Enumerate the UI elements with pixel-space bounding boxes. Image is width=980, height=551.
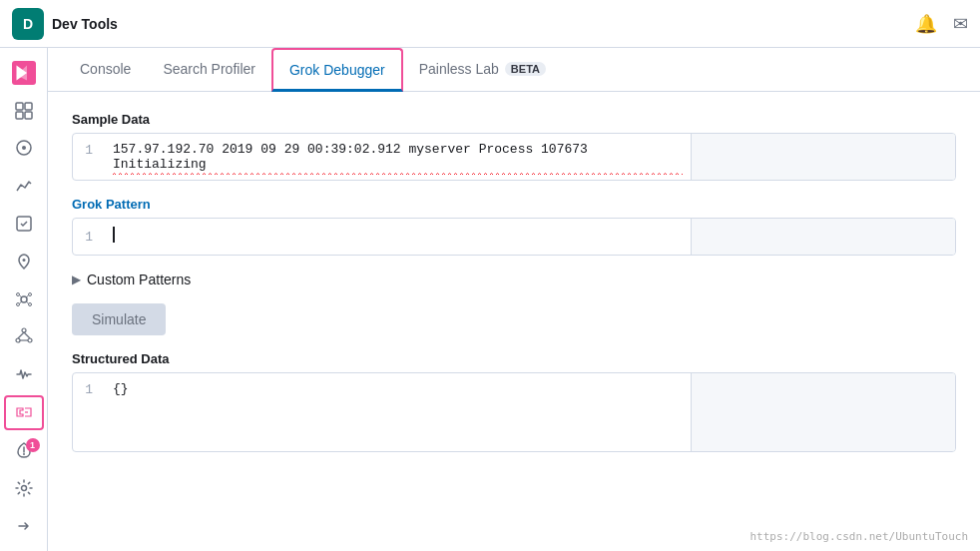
- svg-point-11: [28, 292, 31, 295]
- main-layout: 1 Console Search Profiler Grok Debugger …: [0, 48, 980, 551]
- grok-pattern-right-panel: [692, 219, 955, 255]
- svg-point-26: [21, 486, 26, 491]
- sidebar-item-devtools[interactable]: [4, 395, 44, 429]
- sidebar-item-visualize[interactable]: [4, 169, 44, 203]
- chevron-right-icon: ▶: [72, 273, 81, 286]
- sidebar-item-settings[interactable]: [4, 471, 44, 505]
- sample-data-right-panel: [692, 134, 955, 180]
- custom-patterns-label: Custom Patterns: [87, 272, 191, 287]
- svg-rect-4: [25, 112, 32, 119]
- sample-data-content-1: 157.97.192.70 2019 09 29 00:39:02.912 my…: [105, 142, 691, 172]
- simulate-button[interactable]: Simulate: [72, 303, 166, 335]
- svg-line-14: [19, 295, 22, 297]
- svg-point-25: [23, 453, 25, 455]
- line-number-1: 1: [73, 142, 105, 172]
- top-bar: D Dev Tools 🔔 ✉: [0, 0, 980, 48]
- mail-icon[interactable]: ✉: [953, 13, 968, 35]
- sample-data-label: Sample Data: [72, 112, 956, 127]
- sample-data-editor[interactable]: 1 157.97.192.70 2019 09 29 00:39:02.912 …: [72, 133, 956, 181]
- svg-point-13: [28, 302, 31, 305]
- structured-line-number-1: 1: [73, 381, 105, 397]
- grok-pattern-content: [105, 227, 691, 247]
- dev-badge: D: [12, 8, 44, 40]
- top-bar-actions: 🔔 ✉: [915, 13, 968, 35]
- grok-pattern-label: Grok Pattern: [72, 197, 956, 212]
- svg-point-20: [28, 338, 32, 342]
- structured-data-editor: 1 {}: [72, 372, 956, 452]
- svg-rect-3: [16, 112, 23, 119]
- sidebar-item-home[interactable]: [4, 56, 44, 90]
- sidebar-item-monitoring[interactable]: 1: [4, 434, 44, 468]
- structured-data-line-1: 1 {}: [73, 373, 691, 405]
- dev-badge-label: D: [23, 16, 33, 32]
- svg-point-18: [22, 328, 26, 332]
- tab-painless-lab[interactable]: Painless Lab BETA: [403, 48, 562, 92]
- svg-point-12: [16, 302, 19, 305]
- tab-search-profiler-label: Search Profiler: [163, 61, 255, 77]
- svg-point-19: [16, 338, 20, 342]
- tab-grok-debugger[interactable]: Grok Debugger: [271, 48, 403, 92]
- sidebar: 1: [0, 48, 48, 551]
- sidebar-item-dashboard[interactable]: [4, 94, 44, 128]
- notifications-icon[interactable]: 🔔: [915, 13, 937, 35]
- structured-data-editor-left: 1 {}: [73, 373, 692, 451]
- sidebar-item-discover[interactable]: [4, 132, 44, 166]
- svg-rect-2: [25, 103, 32, 110]
- svg-line-17: [26, 301, 29, 303]
- watermark: https://blog.csdn.net/UbuntuTouch: [749, 530, 968, 543]
- sidebar-item-maps[interactable]: [4, 245, 44, 278]
- grok-pattern-line-1: 1: [73, 219, 691, 255]
- svg-point-6: [22, 146, 26, 150]
- tab-grok-debugger-label: Grok Debugger: [289, 62, 385, 78]
- tab-painless-lab-label: Painless Lab: [419, 61, 499, 77]
- structured-data-right-panel: [692, 373, 955, 451]
- grok-pattern-editor-left: 1: [73, 219, 692, 255]
- sidebar-item-apm[interactable]: [4, 357, 44, 391]
- svg-point-8: [22, 259, 25, 262]
- sidebar-item-canvas[interactable]: [4, 207, 44, 241]
- structured-data-label: Structured Data: [72, 351, 956, 366]
- content-area: Console Search Profiler Grok Debugger Pa…: [48, 48, 980, 551]
- svg-line-21: [18, 332, 24, 338]
- tab-search-profiler[interactable]: Search Profiler: [147, 48, 271, 92]
- monitoring-badge: 1: [26, 438, 40, 452]
- structured-data-content: {}: [105, 381, 691, 397]
- tab-bar: Console Search Profiler Grok Debugger Pa…: [48, 48, 980, 92]
- custom-patterns-row[interactable]: ▶ Custom Patterns: [72, 272, 956, 287]
- text-cursor: [113, 227, 115, 243]
- page-content: Sample Data 1 157.97.192.70 2019 09 29 0…: [48, 92, 980, 551]
- tab-console[interactable]: Console: [64, 48, 147, 92]
- app-title: Dev Tools: [52, 16, 915, 32]
- sidebar-item-graph[interactable]: [4, 320, 44, 354]
- svg-line-22: [24, 332, 30, 338]
- svg-line-15: [26, 295, 29, 297]
- grok-pattern-editor[interactable]: 1: [72, 218, 956, 256]
- svg-point-10: [16, 292, 19, 295]
- sample-data-text-1: 157.97.192.70 2019 09 29 00:39:02.912 my…: [113, 142, 683, 172]
- grok-line-number-1: 1: [73, 229, 105, 245]
- svg-line-16: [19, 301, 22, 303]
- structured-data-section: Structured Data 1 {}: [72, 351, 956, 452]
- tab-painless-lab-badge: BETA: [505, 62, 546, 76]
- sidebar-item-ml[interactable]: [4, 282, 44, 316]
- svg-rect-1: [16, 103, 23, 110]
- sample-data-editor-left: 1 157.97.192.70 2019 09 29 00:39:02.912 …: [73, 134, 692, 180]
- tab-console-label: Console: [80, 61, 131, 77]
- sidebar-item-collapse[interactable]: [4, 509, 44, 543]
- sample-data-line-1: 1 157.97.192.70 2019 09 29 00:39:02.912 …: [73, 134, 691, 180]
